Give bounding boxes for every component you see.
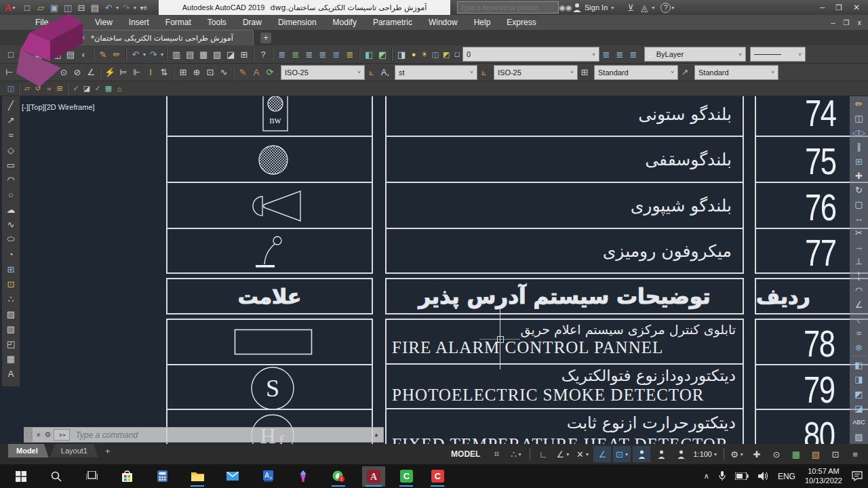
layer-thaw-sun-icon[interactable]: ☀ [419,49,430,60]
combo-dropdown-icon[interactable]: ˅ [570,69,574,75]
undo-dropdown-icon[interactable]: ▾ [116,5,119,11]
layer-walk-icon[interactable]: ≣ [627,47,640,61]
start-button[interactable] [11,466,31,487]
new-icon[interactable]: □ [4,47,18,61]
sheet-set-icon[interactable]: ▧ [210,47,224,61]
combo-dropdown-icon[interactable]: ˅ [671,69,674,75]
tool-palettes-icon[interactable]: ▦ [197,47,210,61]
bring-above-icon[interactable]: ◩ [851,386,867,401]
rotate-icon[interactable]: ↻ [851,183,867,197]
snap-toggle[interactable]: ∴▾ [507,446,525,462]
new-tab-button[interactable]: + [260,33,271,43]
inspect-icon[interactable]: ⊡ [203,66,217,79]
markup-icon[interactable]: ◪ [224,47,237,61]
arc-icon[interactable]: ◠ [3,172,19,187]
menu-tools[interactable]: Tools [199,18,235,27]
layer-unlock-icon[interactable]: ◩ [441,49,452,60]
hardware-accel-icon[interactable]: ▧ [807,446,825,462]
whatsapp-button[interactable]: ! [328,466,349,487]
search-input[interactable] [458,4,558,12]
command-prompt-icon[interactable]: >▾ [54,429,70,441]
redo-dropdown-icon[interactable]: ▾ [134,5,136,11]
task-view-button[interactable] [81,466,102,487]
continue-dim-icon[interactable]: ⊩ [130,66,144,79]
verify-icon[interactable]: ✓ [92,83,103,94]
annotation-scale-icon[interactable] [672,446,690,462]
command-close-icon[interactable]: ✕ [36,432,41,439]
battery-icon[interactable] [735,472,749,480]
command-line[interactable]: ⋮⋮ ✕ ⚙ >▾ ▲ [24,427,384,443]
ellipse-icon[interactable]: ⬭ [3,232,19,247]
volume-icon[interactable] [758,472,768,481]
status-menu-icon[interactable]: ≡ [846,446,864,462]
grid-toggle[interactable]: ⌗ [488,446,505,462]
clock[interactable]: 10:57 AM 10/13/2022 [805,467,842,486]
workspace-gear-icon[interactable]: ⚙▾ [728,446,746,462]
doc-close-button[interactable]: x [858,18,862,26]
tab-model[interactable]: Model [8,444,49,458]
command-grip-handle[interactable]: ⋮⋮ [24,428,33,442]
help-icon[interactable]: ? [256,47,270,61]
menu-draw[interactable]: Draw [235,18,270,27]
layer-properties-icon[interactable]: ◨ [395,47,408,61]
dim-style-manager-icon[interactable]: ⟀ [365,66,378,79]
baseline-dim-icon[interactable]: ⊨ [117,66,130,79]
mleader-style-combo[interactable]: Standard ˅ [694,65,778,80]
chamfer-icon[interactable]: ∠ [851,298,867,312]
table-edit-icon[interactable]: ▦ [103,83,114,94]
quick-access-more-icon[interactable]: ▾≡ [137,1,151,14]
polygon-icon[interactable]: ◇ [3,142,19,157]
rectangle-icon[interactable]: ▭ [3,157,19,172]
offset-icon[interactable]: ∥ [851,140,867,154]
taskbar-search-button[interactable] [46,466,66,487]
new-file-icon[interactable]: □ [20,1,34,14]
drawing-canvas[interactable]: [-][Top][2D Wireframe] ╱ ↗ ≈ ◇ ▭ ◠ ○ ☁ ∿… [0,96,868,444]
table-style-icon[interactable]: ⊞ [578,66,591,79]
table-icon[interactable]: ▦ [3,351,19,366]
sweep-broom-icon[interactable]: ⌂ [114,83,125,94]
menu-view[interactable]: View [87,18,121,27]
stretch-icon[interactable]: ↔ [851,211,867,226]
make-current-icon[interactable]: ◧ [362,47,376,61]
help-icon[interactable]: ? [660,3,671,13]
undo-icon[interactable]: ↶ [129,47,142,61]
action-center-icon[interactable] [852,471,863,481]
bring-to-front-icon[interactable]: ◧ [851,358,867,372]
layer-previous-icon[interactable]: ◩ [376,47,389,61]
menu-dimension[interactable]: Dimension [270,18,325,27]
menu-parametric[interactable]: Parametric [365,18,420,27]
change-to-current-icon[interactable]: ≣ [613,47,627,61]
tolerance-icon[interactable]: ⊞ [176,66,190,79]
mail-button[interactable] [222,466,243,487]
layer-match-icon[interactable]: ≣ [599,47,613,61]
pen-tool-button[interactable] [293,466,313,487]
angular-dim-icon[interactable]: ∠ [84,66,98,79]
region-icon[interactable]: ◰ [3,336,19,351]
copy-icon[interactable]: ◫ [851,111,867,125]
hatch-icon[interactable]: ▨ [3,306,19,321]
store-button[interactable] [117,466,137,487]
properties-palette-icon[interactable]: ▥ [170,47,183,61]
join-icon[interactable]: ◠ [851,283,867,298]
acad-logo[interactable]: A ▾ [0,2,20,14]
menu-modify[interactable]: Modify [325,18,365,27]
make-block-icon[interactable]: ⊡ [3,277,19,291]
customize-wrench-icon[interactable]: ⚙ [45,430,52,439]
quick-dim-icon[interactable]: ⚡ [103,66,117,79]
dim-style-combo2[interactable]: ISO-25 ˅ [494,65,578,80]
command-recent-up-icon[interactable]: ▲ [374,432,379,438]
annotation-visibility-toggle[interactable] [633,446,650,462]
mleader-style-icon[interactable]: ↗ [678,66,692,79]
plot-icon[interactable]: ⊟ [75,1,88,14]
redo-icon[interactable]: ↷ [119,1,133,14]
spline-icon[interactable]: ∿ [3,217,19,232]
edit-ref-icon[interactable]: ✏ [110,47,123,61]
menu-help[interactable]: Help [466,18,499,27]
file-explorer-button[interactable] [187,466,208,487]
dim-style-icon2[interactable]: ⟀ [477,66,491,79]
erase-icon[interactable]: ✏ [851,97,867,111]
new-layout-button[interactable]: + [100,446,116,456]
a360-dropdown-icon[interactable]: ▾ [652,5,654,11]
microphone-icon[interactable] [719,471,726,481]
combo-dropdown-icon[interactable]: ˅ [771,69,774,75]
